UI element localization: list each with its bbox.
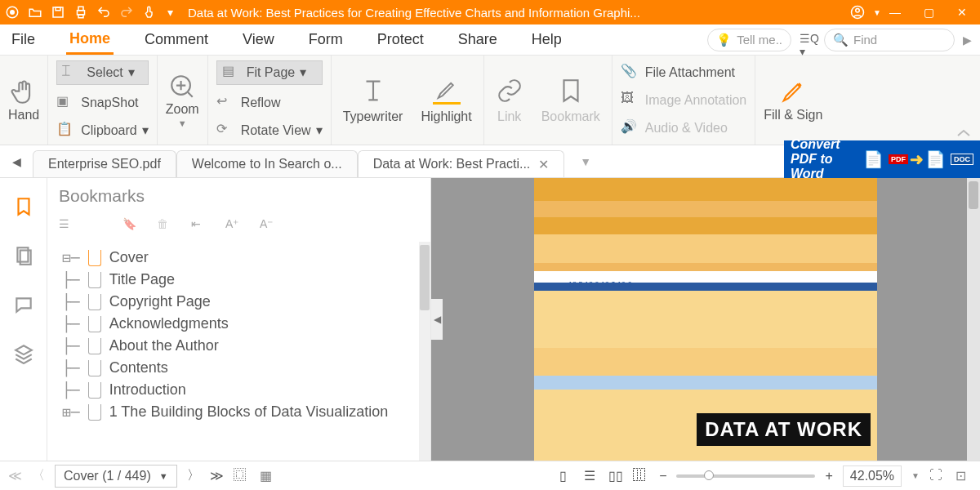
- file-attachment-tool[interactable]: 📎File Attachment: [621, 63, 747, 82]
- typewriter-icon: [359, 77, 387, 105]
- bookmark-item[interactable]: ├─Contents: [62, 357, 425, 379]
- rail-bookmarks-icon[interactable]: [13, 196, 34, 217]
- highlight-tool[interactable]: Highlight: [421, 77, 471, 124]
- rotate-icon: ⟳: [216, 121, 236, 140]
- user-icon[interactable]: [850, 5, 865, 20]
- tab-form[interactable]: Form: [305, 26, 346, 53]
- zoom-dropdown-icon[interactable]: ▼: [911, 471, 920, 480]
- page-dropdown-icon[interactable]: ▼: [159, 471, 168, 481]
- save-icon[interactable]: [51, 5, 65, 20]
- doc-tab-0[interactable]: Enterprise SEO.pdf: [33, 150, 176, 177]
- scrollbar-thumb[interactable]: [969, 181, 978, 209]
- scrollbar-thumb[interactable]: [420, 245, 430, 310]
- bookmark-item[interactable]: ├─Acknowledgments: [62, 313, 425, 335]
- tab-next-icon[interactable]: ▼: [569, 145, 602, 177]
- rail-pages-icon[interactable]: [13, 245, 34, 266]
- tell-me-search[interactable]: 💡Tell me..: [707, 29, 791, 51]
- tab-prev-icon[interactable]: ◀: [0, 145, 33, 177]
- page-selector[interactable]: Cover (1 / 449)▼: [55, 465, 177, 488]
- maximize-button[interactable]: ▢: [924, 6, 934, 19]
- tab-protect[interactable]: Protect: [374, 26, 427, 53]
- bm-del-icon[interactable]: 🗑: [157, 217, 173, 234]
- find-search[interactable]: 🔍Find: [824, 29, 955, 51]
- tab-share[interactable]: Share: [455, 26, 501, 53]
- doc-tab-2[interactable]: Data at Work: Best Practi...✕: [358, 150, 565, 177]
- bookmark-item[interactable]: ├─About the Author: [62, 335, 425, 357]
- zoom-knob[interactable]: [704, 470, 714, 480]
- zoom-tool[interactable]: Zoom▼: [158, 56, 208, 145]
- single-page-icon[interactable]: ▯: [559, 468, 576, 484]
- bm-expand-icon[interactable]: ☰: [59, 217, 75, 234]
- bm-textsmaller-icon[interactable]: A⁻: [260, 217, 276, 234]
- close-tab-icon[interactable]: ✕: [538, 157, 549, 172]
- fitpage-tool[interactable]: ▤Fit Page ▾: [216, 60, 323, 85]
- link-tool[interactable]: Link: [496, 77, 523, 124]
- minimize-button[interactable]: —: [889, 6, 901, 19]
- search-options-icon[interactable]: ☰Q ▾: [800, 32, 816, 48]
- bm-add-icon[interactable]: 🔖: [122, 217, 139, 234]
- find-next-icon[interactable]: ▶: [963, 33, 972, 47]
- ad-banner[interactable]: ConvertPDF to Word 📄PDF ➜ 📄DOC: [784, 140, 980, 178]
- bookmarks-scrollbar[interactable]: [419, 242, 430, 461]
- bookmark-tool[interactable]: Bookmark: [541, 77, 600, 124]
- prev-page-icon[interactable]: 〈: [32, 467, 45, 484]
- bookmark-item[interactable]: ├─Title Page: [62, 269, 425, 291]
- bookmark-item[interactable]: ⊞─1 The Building Blocks of Data Visualiz…: [62, 401, 425, 423]
- continuous-facing-icon[interactable]: ⿲: [633, 468, 649, 484]
- document-tabs: ◀ Enterprise SEO.pdf Welcome to In Searc…: [0, 145, 980, 178]
- tab-file[interactable]: File: [8, 26, 38, 53]
- fill-sign-tool[interactable]: Fill & Sign: [755, 56, 831, 145]
- zoom-value[interactable]: 42.05%: [843, 466, 902, 487]
- bookmark-label: Bookmark: [541, 109, 600, 124]
- zoom-slider[interactable]: [676, 474, 815, 478]
- redo-icon[interactable]: [119, 5, 134, 20]
- tab-view[interactable]: View: [239, 26, 278, 53]
- last-page-icon[interactable]: ≫: [210, 468, 224, 483]
- rail-layers-icon[interactable]: [13, 343, 34, 364]
- user-dropdown-icon[interactable]: ▼: [873, 8, 881, 17]
- tab-comment[interactable]: Comment: [141, 26, 212, 53]
- outline-icon[interactable]: ⿴: [234, 468, 250, 484]
- bm-textlarger-icon[interactable]: A⁺: [225, 217, 242, 234]
- undo-icon[interactable]: [96, 5, 111, 20]
- fullscreen-icon[interactable]: ⛶: [929, 468, 946, 484]
- bookmark-item[interactable]: ⊟─Cover: [62, 247, 425, 269]
- snapshot-tool[interactable]: ▣SnapShot: [56, 93, 148, 113]
- facing-icon[interactable]: ▯▯: [608, 468, 625, 484]
- continuous-icon[interactable]: ☰: [584, 468, 600, 484]
- hand-label: Hand: [8, 108, 39, 122]
- rail-comments-icon[interactable]: [13, 294, 34, 315]
- page-viewer[interactable]: ◀ 18.5 18.9 19.3 19.6 DATA AT WORK: [431, 178, 980, 461]
- snapshot-icon: ▣: [56, 93, 76, 113]
- typewriter-tool[interactable]: Typewriter: [343, 77, 403, 124]
- audio-video-tool[interactable]: 🔊Audio & Video: [621, 118, 747, 138]
- qat-dropdown-icon[interactable]: ▾: [165, 5, 175, 20]
- open-icon[interactable]: [28, 5, 42, 20]
- collapse-pane-icon[interactable]: ◀: [431, 299, 443, 340]
- highlight-label: Highlight: [421, 109, 471, 124]
- bookmark-item[interactable]: ├─Copyright Page: [62, 291, 425, 313]
- read-mode-icon[interactable]: ⊡: [956, 468, 972, 484]
- close-button[interactable]: ✕: [957, 6, 967, 19]
- clipboard-tool[interactable]: 📋Clipboard ▾: [56, 121, 148, 140]
- hand-tool[interactable]: Hand: [0, 56, 48, 145]
- bookmark-item[interactable]: ├─Introduction: [62, 379, 425, 401]
- touch-icon[interactable]: [142, 5, 157, 20]
- zoom-out-icon[interactable]: −: [659, 469, 666, 483]
- viewer-scrollbar[interactable]: [967, 178, 980, 461]
- doc-tab-1[interactable]: Welcome to In Search o...: [176, 150, 358, 177]
- thumbnails-icon[interactable]: ▦: [260, 468, 276, 484]
- bm-prev-icon[interactable]: ⇤: [191, 217, 207, 234]
- select-tool[interactable]: ⌶Select ▾: [56, 60, 148, 85]
- rotate-tool[interactable]: ⟳Rotate View ▾: [216, 121, 323, 140]
- tab-help[interactable]: Help: [528, 26, 565, 53]
- svg-rect-4: [78, 11, 85, 15]
- reflow-tool[interactable]: ↩Reflow: [216, 93, 323, 113]
- first-page-icon[interactable]: ≪: [8, 468, 22, 483]
- zoom-in-icon[interactable]: +: [825, 469, 832, 483]
- tab-home[interactable]: Home: [66, 25, 114, 55]
- next-page-icon[interactable]: 〉: [187, 467, 200, 484]
- print-icon[interactable]: [74, 5, 88, 20]
- image-annotation-tool[interactable]: 🖼Image Annotation: [621, 91, 747, 110]
- collapse-ribbon-icon[interactable]: [956, 127, 972, 141]
